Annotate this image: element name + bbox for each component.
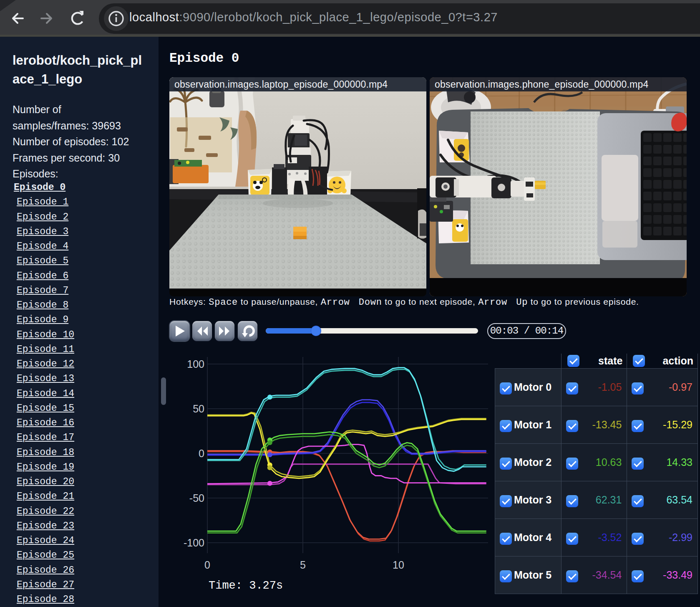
svg-text:-100: -100 [184, 537, 204, 549]
svg-text:0: 0 [204, 559, 210, 571]
svg-text:100: 100 [187, 358, 204, 370]
svg-text:0: 0 [199, 448, 204, 459]
svg-text:10: 10 [393, 559, 404, 571]
svg-text:-50: -50 [189, 492, 204, 504]
svg-text:5: 5 [300, 559, 306, 571]
svg-text:50: 50 [193, 403, 204, 415]
